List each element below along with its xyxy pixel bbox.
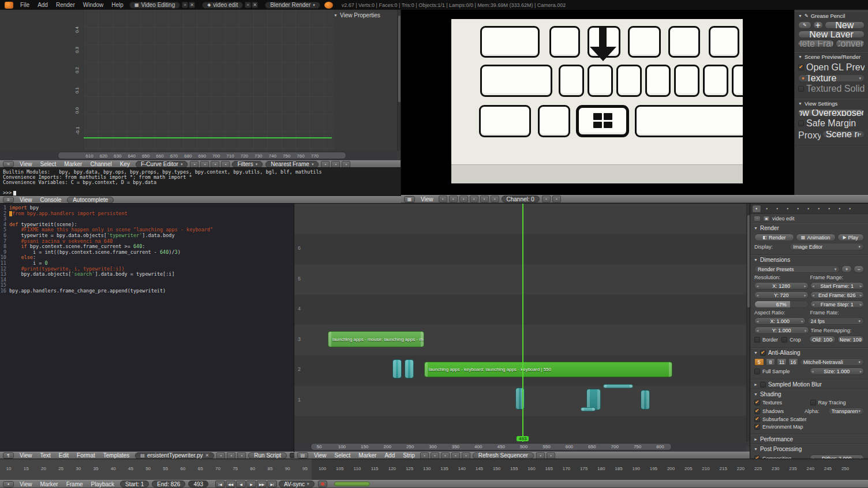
grease-pencil-icon[interactable]	[542, 196, 551, 202]
line-numbers-toggle-icon[interactable]	[216, 452, 225, 459]
time-old-field[interactable]: Old: 100	[809, 336, 836, 343]
strip-audio-3[interactable]	[641, 390, 650, 410]
menu-view[interactable]: View	[417, 196, 437, 202]
filters-select[interactable]: Filters ▾	[232, 161, 263, 168]
menu-strip[interactable]: Strip	[399, 452, 419, 459]
sss-checkbox[interactable]: Subsurface Scattering	[754, 416, 807, 422]
text-datablock-field[interactable]: ▤ ersistentTypewriter.py ✕	[135, 452, 214, 459]
grease-draw-button[interactable]: ✎	[798, 21, 811, 29]
display-mode-icon[interactable]	[439, 196, 447, 202]
full-sample-checkbox[interactable]: Full Sample	[754, 367, 808, 375]
code-text[interactable]: #from bpy.app.handlers import persistent	[9, 211, 128, 217]
start-frame-field[interactable]: Start Frame: 1	[810, 282, 865, 290]
end-frame-field[interactable]: End Frame: 826	[810, 291, 865, 299]
panel-header-grease-pencil[interactable]: ▼✎Grease Pencil	[795, 12, 868, 20]
menu-marker[interactable]: Marker	[354, 452, 380, 459]
editor-type-icon[interactable]	[3, 452, 14, 459]
menu-playback[interactable]: Playback	[87, 481, 119, 487]
code-text[interactable]: bpy.app.handlers.frame_change_pre.append…	[9, 288, 166, 294]
menu-view[interactable]: View	[310, 452, 331, 459]
transport-button-5[interactable]: ▶|	[267, 481, 277, 487]
menu-edit[interactable]: Edit	[55, 452, 73, 459]
options-icon[interactable]	[547, 452, 555, 459]
safe-margin-checkbox[interactable]: Safe Margin	[798, 118, 865, 129]
preset-add-button[interactable]: +	[841, 265, 852, 273]
show-overexposed-field[interactable]: Show Overexposed: 0	[798, 109, 865, 117]
menu-view[interactable]: View	[16, 197, 36, 203]
transport-button-3[interactable]: ▶	[246, 481, 256, 487]
aa-size-field[interactable]: Size: 1.000	[810, 367, 865, 375]
lock-icon[interactable]	[451, 452, 460, 459]
only-errors-filter-icon[interactable]	[211, 161, 219, 168]
editor-type-icon[interactable]	[297, 452, 308, 459]
editor-type-icon[interactable]	[3, 197, 14, 203]
aa-8-toggle[interactable]: 8	[766, 358, 776, 366]
refresh-sequencer-button[interactable]: Refresh Sequencer	[473, 452, 534, 459]
strip-flat-2[interactable]	[581, 407, 596, 411]
mute-icon[interactable]	[441, 452, 450, 459]
resolution-percentage-slider[interactable]: 67%	[754, 301, 809, 308]
view-properties-panel-header[interactable]: ▼ View Properties	[334, 12, 380, 18]
paste-keyframes-icon[interactable]	[331, 161, 340, 168]
properties-region[interactable]: ◦ ▣ video edit ▼Render◧Render▦Animation▶…	[750, 204, 868, 459]
transport-button-4[interactable]: ▶▶	[257, 481, 267, 487]
convert-button[interactable]: Convert	[836, 40, 865, 47]
tab-scene-icon[interactable]	[773, 205, 782, 213]
word-wrap-toggle-icon[interactable]	[227, 452, 235, 459]
tab-render-layers-icon[interactable]	[762, 205, 772, 213]
editor-type-icon[interactable]	[3, 481, 14, 487]
fcurve-line[interactable]	[84, 137, 332, 138]
aa-filter-select[interactable]: Mitchell-Netravali▾	[800, 358, 864, 366]
time-new-field[interactable]: New: 100	[837, 336, 864, 343]
menu-window[interactable]: Window	[79, 2, 108, 8]
scene-add-button[interactable]: +	[245, 2, 251, 8]
tab-constraints-icon[interactable]	[804, 205, 813, 213]
screen-layout-selector[interactable]: ▦ Video Editing	[129, 2, 180, 9]
fcurve-mode-select[interactable]: F-Curve Editor ▾	[136, 161, 188, 168]
snap-select[interactable]: Nearest Frame ▾	[265, 161, 319, 168]
border-checkbox[interactable]: Border	[754, 336, 780, 343]
blender-menu-icon[interactable]	[5, 2, 13, 9]
panel-header-anti-aliasing[interactable]: ▼Anti-Aliasing	[750, 348, 868, 357]
panel-header-shading[interactable]: ▼Shading	[750, 390, 868, 399]
render-engine-selector[interactable]: Blender Render ▾	[265, 2, 320, 9]
scene-selector[interactable]: ◈ video edit	[202, 2, 243, 9]
run-script-button[interactable]: Run Script	[248, 452, 287, 459]
new-layer-button[interactable]: New Layer	[798, 31, 865, 38]
panel-header-render[interactable]: ▼Render	[750, 224, 868, 232]
aa-5-toggle[interactable]: 5	[754, 358, 764, 366]
text-editor-region[interactable]: 1import bpy2#from bpy.app.handlers impor…	[0, 204, 294, 452]
editor-type-icon[interactable]	[3, 161, 14, 167]
layout-add-button[interactable]: +	[182, 2, 188, 8]
luma-waveform-icon[interactable]	[470, 196, 478, 202]
vertical-scrollbar[interactable]	[746, 204, 750, 442]
register-checkbox[interactable]	[290, 453, 294, 458]
proxy-render-select[interactable]: Scene render size▾	[822, 130, 865, 138]
scene-close-button[interactable]: ✕	[252, 2, 258, 8]
menu-frame[interactable]: Frame	[62, 481, 87, 487]
grease-new-button[interactable]: New	[825, 21, 865, 29]
timeline-region[interactable]: 1015202530354045505560657075808590951001…	[0, 459, 868, 480]
menu-file[interactable]: File	[16, 2, 33, 8]
draw-mode-select[interactable]: ●Texture▾	[798, 74, 865, 82]
tab-render-icon[interactable]	[752, 205, 761, 213]
vse-ruler-scrollbar[interactable]: 5010015020025030035040045050055060065070…	[294, 442, 746, 452]
transport-button-0[interactable]: |◀	[215, 481, 225, 487]
menu-templates[interactable]: Templates	[99, 452, 134, 459]
menu-select[interactable]: Select	[36, 161, 61, 167]
panel-header-view-settings[interactable]: ▼View Settings	[795, 99, 868, 108]
console-prompt-row[interactable]: >>>	[3, 190, 398, 196]
panel-header-post-processing[interactable]: ▼Post Processing	[750, 445, 868, 453]
tab-data-icon[interactable]	[814, 205, 824, 213]
aspect-y-field[interactable]: Y: 1.000	[754, 326, 809, 334]
unlink-icon[interactable]: ✕	[205, 453, 209, 458]
backdrop-icon[interactable]	[536, 452, 545, 459]
resolution-y-field[interactable]: Y: 720	[754, 291, 809, 299]
frame-rate-select[interactable]: 24 fps▾	[807, 317, 865, 325]
tab-object-icon[interactable]	[794, 205, 803, 213]
strip-flat-1[interactable]	[603, 384, 633, 388]
menu-console[interactable]: Console	[36, 197, 66, 203]
channel-field[interactable]: Channel: 0	[502, 196, 540, 202]
strip-mouse[interactable]: launching apps - mouse: launching apps -…	[328, 331, 424, 347]
proxy-icon[interactable]	[552, 196, 561, 202]
